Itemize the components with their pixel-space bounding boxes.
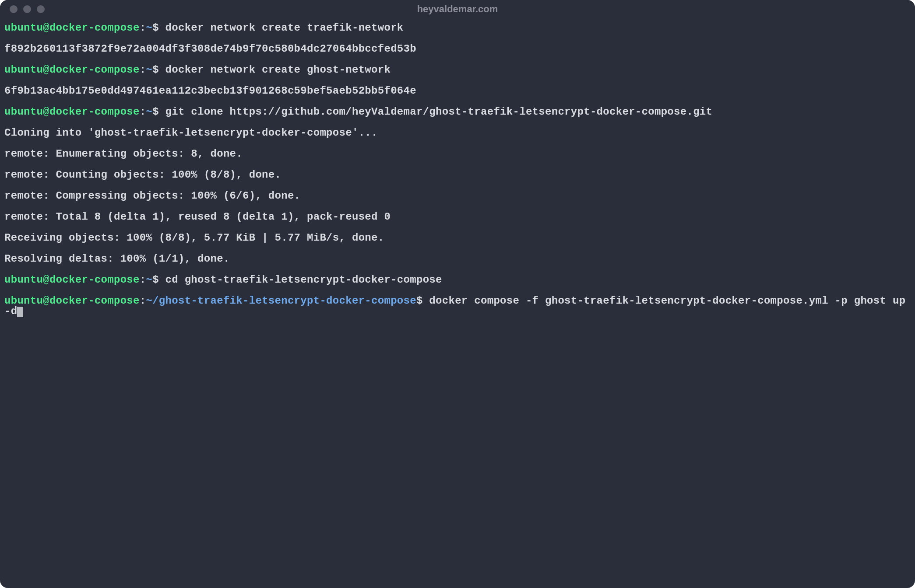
prompt-path: ~/ghost-traefik-letsencrypt-docker-compo… (146, 295, 416, 307)
command-text: git clone https://github.com/heyValdemar… (165, 106, 713, 118)
terminal-line: ubuntu@docker-compose:~$ cd ghost-traefi… (4, 275, 911, 285)
terminal-line: ubuntu@docker-compose:~$ docker network … (4, 23, 911, 33)
prompt-dollar: $ (416, 295, 423, 307)
command-text (159, 64, 165, 76)
command-text: docker network create ghost-network (165, 64, 391, 76)
output-line: Resolving deltas: 100% (1/1), done. (4, 254, 911, 264)
prompt-dollar: $ (152, 64, 159, 76)
prompt-separator: : (140, 22, 146, 34)
command-text (159, 22, 165, 34)
command-text (159, 106, 165, 118)
prompt-separator: : (140, 106, 146, 118)
output-line: Receiving objects: 100% (8/8), 5.77 KiB … (4, 233, 911, 243)
prompt-user-host: ubuntu@docker-compose (4, 274, 140, 286)
prompt-dollar: $ (152, 22, 159, 34)
minimize-button[interactable] (23, 5, 31, 13)
titlebar: heyvaldemar.com (0, 0, 915, 18)
output-line: remote: Compressing objects: 100% (6/6),… (4, 191, 911, 201)
window-title: heyvaldemar.com (417, 4, 498, 15)
prompt-user-host: ubuntu@docker-compose (4, 295, 140, 307)
traffic-lights (10, 5, 45, 13)
output-line: remote: Enumerating objects: 8, done. (4, 149, 911, 159)
command-text: docker network create traefik-network (165, 22, 404, 34)
prompt-user-host: ubuntu@docker-compose (4, 22, 140, 34)
terminal-body[interactable]: ubuntu@docker-compose:~$ docker network … (0, 18, 915, 588)
prompt-path: ~ (146, 64, 152, 76)
maximize-button[interactable] (37, 5, 45, 13)
prompt-dollar: $ (152, 274, 159, 286)
prompt-separator: : (140, 274, 146, 286)
close-button[interactable] (10, 5, 18, 13)
output-line: f892b260113f3872f9e72a004df3f308de74b9f7… (4, 44, 911, 54)
command-text: cd ghost-traefik-letsencrypt-docker-comp… (165, 274, 442, 286)
terminal-line: ubuntu@docker-compose:~$ docker network … (4, 65, 911, 75)
output-line: remote: Total 8 (delta 1), reused 8 (del… (4, 212, 911, 222)
output-line: Cloning into 'ghost-traefik-letsencrypt-… (4, 128, 911, 138)
terminal-line: ubuntu@docker-compose:~$ git clone https… (4, 107, 911, 117)
prompt-path: ~ (146, 106, 152, 118)
terminal-window: heyvaldemar.com ubuntu@docker-compose:~$… (0, 0, 915, 588)
cursor (17, 307, 23, 317)
prompt-path: ~ (146, 22, 152, 34)
prompt-user-host: ubuntu@docker-compose (4, 106, 140, 118)
command-text (159, 274, 165, 286)
prompt-user-host: ubuntu@docker-compose (4, 64, 140, 76)
prompt-separator: : (140, 64, 146, 76)
output-line: 6f9b13ac4bb175e0dd497461ea112c3becb13f90… (4, 86, 911, 96)
terminal-line: ubuntu@docker-compose:~/ghost-traefik-le… (4, 296, 911, 317)
prompt-separator: : (140, 295, 146, 307)
prompt-path: ~ (146, 274, 152, 286)
prompt-dollar: $ (152, 106, 159, 118)
output-line: remote: Counting objects: 100% (8/8), do… (4, 170, 911, 180)
command-text (423, 295, 429, 307)
